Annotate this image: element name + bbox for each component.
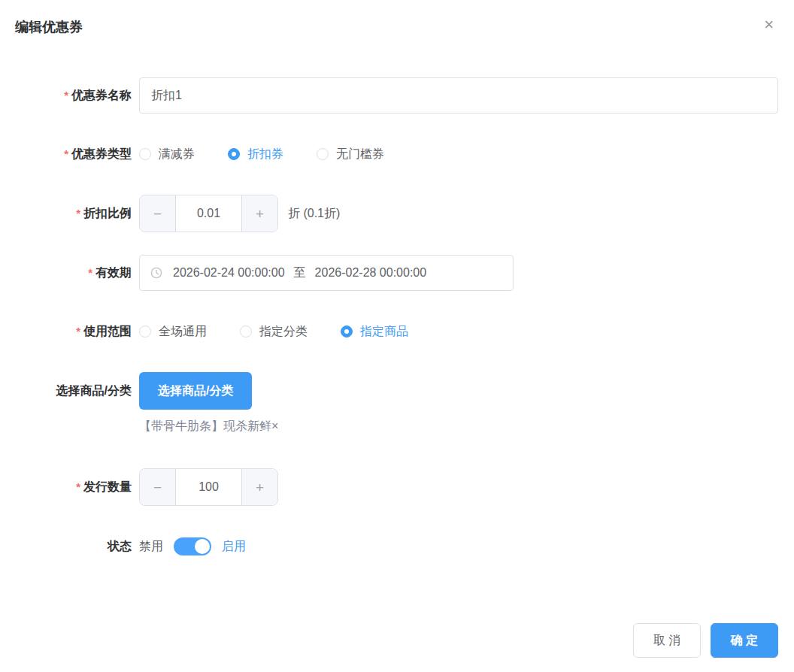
validity-label: *有效期: [15, 265, 132, 281]
cancel-button[interactable]: 取 消: [633, 623, 701, 658]
radio-specified-product[interactable]: 指定商品: [341, 324, 408, 340]
required-star: *: [88, 266, 92, 279]
dialog-footer: 取 消 确 定: [15, 623, 778, 658]
coupon-name-input[interactable]: [139, 77, 778, 114]
confirm-button[interactable]: 确 定: [711, 623, 778, 658]
required-star: *: [76, 325, 80, 338]
dialog-header: 编辑优惠券 ×: [15, 18, 778, 37]
required-star: *: [64, 89, 68, 101]
radio-all-products[interactable]: 全场通用: [139, 324, 207, 340]
status-group: 禁用 启用: [139, 537, 246, 555]
radio-icon: [341, 325, 353, 338]
discount-ratio-label: *折扣比例: [15, 205, 132, 222]
radio-specified-category[interactable]: 指定分类: [240, 324, 308, 340]
minus-icon[interactable]: −: [140, 469, 176, 505]
plus-icon[interactable]: +: [241, 195, 277, 232]
validity-end-date[interactable]: 2026-02-28 00:00:00: [315, 266, 427, 280]
coupon-type-radio-group: 满减券 折扣券 无门槛券: [139, 147, 417, 162]
issue-quantity-input[interactable]: [176, 469, 241, 505]
selected-product-tag-row: 【带骨牛肋条】现杀新鲜×: [15, 419, 778, 435]
required-star: *: [64, 147, 68, 160]
discount-ratio-stepper: − +: [139, 195, 278, 232]
scope-radio-group: 全场通用 指定分类 指定商品: [139, 324, 441, 340]
minus-icon[interactable]: −: [140, 195, 176, 232]
coupon-form: *优惠券名称 *优惠券类型 满减券 折扣券 无门槛券: [15, 77, 778, 623]
radio-no-threshold-coupon[interactable]: 无门槛券: [317, 147, 384, 162]
status-on-text: 启用: [222, 539, 246, 555]
select-product-button[interactable]: 选择商品/分类: [139, 372, 252, 410]
status-label: 状态: [15, 538, 132, 555]
validity-range-picker[interactable]: 2026-02-24 00:00:00 至 2026-02-28 00:00:0…: [139, 255, 514, 291]
radio-discount-coupon[interactable]: 折扣券: [228, 147, 283, 162]
validity-start-date[interactable]: 2026-02-24 00:00:00: [173, 266, 285, 280]
product-tag: 【带骨牛肋条】现杀新鲜: [139, 419, 271, 432]
row-scope: *使用范围 全场通用 指定分类 指定商品: [15, 313, 778, 350]
radio-icon: [139, 148, 151, 160]
row-validity: *有效期 2026-02-24 00:00:00 至 2026-02-28 00…: [15, 255, 778, 291]
product-select-label: 选择商品/分类: [15, 383, 132, 399]
status-off-text: 禁用: [139, 539, 163, 555]
discount-ratio-suffix: 折 (0.1折): [288, 206, 340, 222]
radio-icon: [240, 325, 252, 338]
date-range-separator: 至: [294, 265, 306, 281]
coupon-name-label: *优惠券名称: [15, 87, 132, 104]
row-product-select: 选择商品/分类 选择商品/分类: [15, 372, 778, 410]
plus-icon[interactable]: +: [241, 469, 277, 505]
clock-icon: [150, 267, 162, 279]
scope-label: *使用范围: [15, 323, 132, 340]
radio-icon: [228, 148, 240, 160]
row-issue-quantity: *发行数量 − +: [15, 468, 778, 506]
radio-full-reduction-coupon[interactable]: 满减券: [139, 147, 195, 162]
page-title: 编辑优惠券: [15, 18, 778, 37]
row-status: 状态 禁用 启用: [15, 528, 778, 565]
row-coupon-type: *优惠券类型 满减券 折扣券 无门槛券: [15, 136, 778, 172]
radio-icon: [317, 148, 329, 160]
tag-remove-icon[interactable]: ×: [271, 419, 278, 432]
discount-ratio-input[interactable]: [176, 195, 241, 232]
required-star: *: [76, 207, 80, 219]
close-icon[interactable]: ×: [764, 17, 774, 33]
row-coupon-name: *优惠券名称: [15, 77, 778, 114]
coupon-type-label: *优惠券类型: [15, 146, 132, 162]
radio-icon: [139, 325, 151, 338]
edit-coupon-dialog: 编辑优惠券 × *优惠券名称 *优惠券类型 满减券 折扣券: [0, 0, 794, 672]
required-star: *: [76, 480, 80, 493]
issue-quantity-stepper: − +: [139, 468, 278, 506]
status-toggle[interactable]: [174, 537, 211, 555]
row-discount-ratio: *折扣比例 − + 折 (0.1折): [15, 195, 778, 232]
toggle-knob: [195, 539, 210, 554]
issue-quantity-label: *发行数量: [15, 479, 132, 495]
